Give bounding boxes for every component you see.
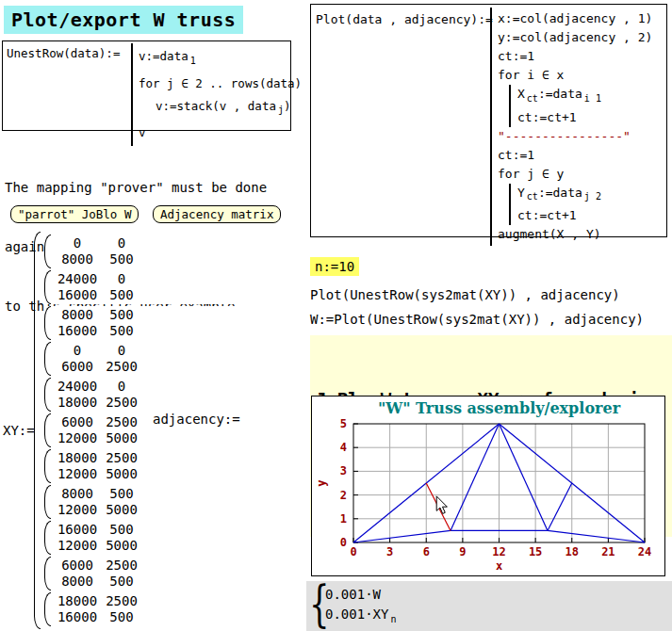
program-line: Yct:=dataj 2 — [517, 184, 652, 207]
program-line: ct:=ct+1 — [517, 108, 652, 127]
export-expression-w[interactable]: 0.001·W — [325, 587, 381, 602]
matrix-cell: 16000 — [53, 287, 102, 303]
mathcad-worksheet: Plot/export W truss UnestRow(data):= v:=… — [0, 0, 672, 631]
matrix-cell: 8000 — [53, 251, 102, 267]
matrix-row: 240000 — [53, 271, 672, 287]
program-line: for j ∈ y — [498, 165, 652, 184]
y-tick-label: 3 — [340, 464, 347, 477]
matrix-cell: 8000 — [53, 486, 102, 502]
matrix-cell: 500 — [102, 251, 141, 267]
x-tick-label: 3 — [386, 545, 393, 558]
matrix-cell: 5000 — [102, 430, 141, 446]
matrix-cell: 500 — [102, 522, 141, 538]
matrix-cell: 8000 — [53, 307, 102, 323]
matrix-cell: 2500 — [102, 593, 141, 609]
y-tick-label: 1 — [340, 512, 347, 526]
matrix-cell: 0 — [102, 343, 141, 359]
matrix-row: 8000500 — [53, 251, 672, 267]
program-line: augment(X , Y) — [498, 225, 652, 244]
matrix-cell: 500 — [102, 609, 141, 625]
truss-member-line — [548, 530, 645, 542]
matrix-cell: 16000 — [53, 323, 102, 339]
export-expression-xyn[interactable]: 0.001·XYn — [325, 607, 396, 624]
program-line: ct:=1 — [498, 146, 652, 165]
matrix-cell: 5000 — [102, 538, 141, 554]
matrix-cell: 18000 — [53, 395, 102, 411]
matrix-cell: 5000 — [102, 502, 141, 518]
program-line: x:=col(adjacency , 1) — [498, 9, 652, 28]
x-axis-label: x — [496, 559, 502, 573]
y-tick-label: 2 — [340, 489, 347, 502]
matrix-cell: 0 — [102, 379, 141, 395]
matrix-cell: 24000 — [53, 271, 102, 287]
adjacency-assignment-label: adjacency:= — [153, 412, 240, 427]
w-assignment-expression[interactable]: W:=Plot(UnestRow(sys2mat(XY)) , adjacenc… — [310, 312, 644, 327]
program-line: "----------------" — [498, 127, 652, 146]
page-title: Plot/export W truss — [4, 6, 243, 34]
x-tick-label: 15 — [529, 545, 542, 558]
matrix-cell: 5000 — [102, 466, 141, 482]
matrix-cell: 16000 — [53, 522, 102, 538]
truss-member-line — [500, 424, 549, 530]
matrix-cell: 0 — [102, 271, 141, 287]
y-tick-label: 5 — [340, 417, 347, 430]
program-line: v:=stack(v , dataj) — [139, 95, 302, 122]
export-expressions-region[interactable]: { 0.001·W 0.001·XYn — [306, 581, 672, 631]
y-tick-label: 4 — [340, 441, 347, 454]
matrix-cell: 2500 — [102, 359, 141, 375]
unestrow-function-label: UnestRow(data):= — [7, 46, 120, 60]
parrot-joblo-label: "parrot" JoBlo W — [10, 205, 139, 223]
program-line: v:=data1 — [139, 45, 302, 73]
x-tick-label: 9 — [459, 545, 466, 558]
unestrow-program-region[interactable]: UnestRow(data):= v:=data1for j ∈ 2 .. ro… — [2, 40, 291, 131]
matrix-cell: 2500 — [102, 450, 141, 466]
matrix-cell: 16000 — [53, 609, 102, 625]
matrix-cell: 0 — [53, 343, 102, 359]
program-line: ct:=ct+1 — [517, 206, 652, 225]
program-line: y:=col(adjacency , 2) — [498, 28, 652, 47]
matrix-cell: 0 — [53, 235, 102, 251]
n-assignment[interactable]: n:=10 — [310, 257, 359, 276]
matrix-cell: 500 — [102, 307, 141, 323]
truss-member-line — [548, 483, 572, 530]
chart-title: "W" Truss assembly/explorer — [378, 399, 621, 417]
matrix-cell: 24000 — [53, 379, 102, 395]
program-line: ct:=1 — [498, 47, 652, 66]
matrix-cell: 0 — [102, 235, 141, 251]
program-line: for i ∈ x — [498, 66, 652, 85]
x-tick-label: 0 — [350, 545, 356, 558]
matrix-cell: 12000 — [53, 538, 102, 554]
matrix-cell: 18000 — [53, 450, 102, 466]
matrix-cell: 18000 — [53, 593, 102, 609]
xy-assignment-label: XY:= — [3, 423, 35, 438]
truss-chart[interactable]: 03691215182124012345"W" Truss assembly/e… — [312, 396, 664, 575]
matrix-cell: 6000 — [53, 558, 102, 574]
matrix-cell: 500 — [102, 287, 141, 303]
adjacency-matrix-label: Adjacency matrix — [153, 205, 281, 223]
matrix-cell: 2500 — [102, 414, 141, 430]
x-tick-label: 24 — [638, 545, 651, 558]
x-tick-label: 6 — [423, 545, 430, 558]
truss-member-line — [451, 424, 500, 530]
matrix-cell: 2500 — [102, 395, 141, 411]
program-line: for j ∈ 2 .. rows(data) — [139, 73, 302, 95]
truss-chart-region[interactable]: 03691215182124012345"W" Truss assembly/e… — [311, 396, 665, 576]
matrix-cell: 12000 — [53, 466, 102, 482]
plot-program-region[interactable]: Plot(data , adjacency):= x:=col(adjacenc… — [310, 4, 667, 237]
plot-call-expression[interactable]: Plot(UnestRow(sys2mat(XY)) , adjacency) — [310, 287, 620, 302]
y-tick-label: 0 — [340, 536, 347, 549]
unestrow-program-body: v:=data1for j ∈ 2 .. rows(data)v:=stack(… — [131, 43, 302, 146]
matrix-cell: 8000 — [53, 574, 102, 590]
matrix-cell: 6000 — [53, 359, 102, 375]
matrix-cell: 500 — [102, 323, 141, 339]
matrix-cell: 500 — [102, 486, 141, 502]
note-line: The mapping "prover" must be done — [5, 178, 290, 198]
x-tick-label: 18 — [565, 545, 579, 558]
plot-function-label: Plot(data , adjacency):= — [316, 12, 493, 26]
x-tick-label: 12 — [492, 545, 505, 558]
plot-program-body: x:=col(adjacency , 1)y:=col(adjacency , … — [490, 8, 652, 246]
matrix-cell: 500 — [102, 574, 141, 590]
x-tick-label: 21 — [601, 545, 615, 558]
truss-member-line — [353, 530, 451, 542]
matrix-cell: 6000 — [53, 414, 102, 430]
